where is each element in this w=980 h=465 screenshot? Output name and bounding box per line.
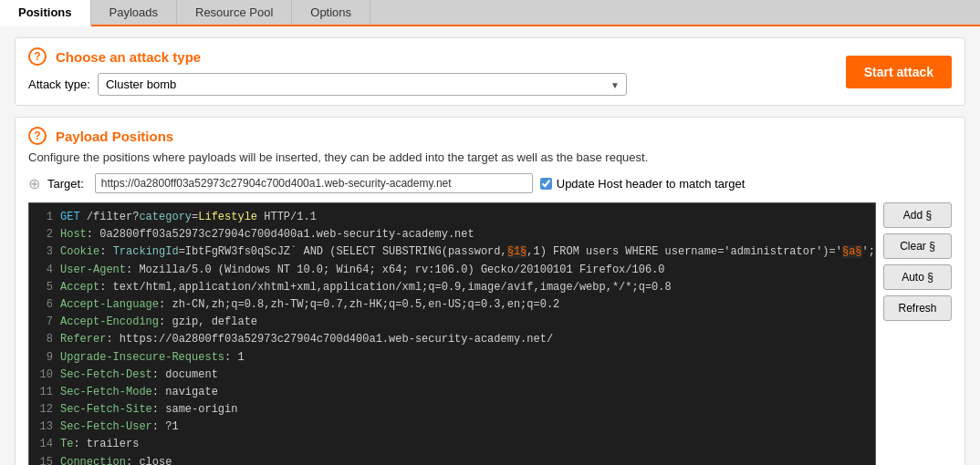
update-host-label: Update Host header to match target [557, 177, 745, 191]
refresh-button[interactable]: Refresh [883, 295, 952, 321]
clear-section-button[interactable]: Clear § [883, 233, 952, 259]
side-buttons: Add § Clear § Auto § Refresh [883, 202, 952, 465]
attack-type-select-wrapper: Sniper Battering ram Pitchfork Cluster b… [98, 73, 627, 96]
start-attack-button[interactable]: Start attack [846, 56, 952, 88]
auto-section-button[interactable]: Auto § [883, 264, 952, 290]
update-host-checkbox-row: Update Host header to match target [540, 177, 745, 191]
tab-bar: Positions Payloads Resource Pool Options [0, 0, 980, 26]
tab-payloads[interactable]: Payloads [91, 0, 177, 25]
tab-options[interactable]: Options [292, 0, 370, 25]
attack-type-select[interactable]: Sniper Battering ram Pitchfork Cluster b… [98, 73, 627, 96]
attack-type-header: ? Choose an attack type [28, 47, 846, 66]
target-row: ⊕ Target: Update Host header to match ta… [28, 173, 952, 193]
tab-positions[interactable]: Positions [0, 0, 91, 26]
attack-type-title: Choose an attack type [56, 49, 201, 65]
attack-type-help-icon[interactable]: ? [28, 47, 47, 66]
payload-area-wrapper: 1GET /filter?category=Lifestyle HTTP/1.1… [28, 202, 952, 465]
payload-pos-desc: Configure the positions where payloads w… [28, 150, 952, 164]
target-label: Target: [47, 177, 84, 191]
add-section-button[interactable]: Add § [883, 202, 952, 228]
target-input[interactable] [95, 173, 533, 193]
attack-type-label: Attack type: [28, 78, 90, 91]
payload-pos-header: ? Payload Positions [28, 127, 952, 145]
main-content: ? Choose an attack type Attack type: Sni… [0, 26, 980, 465]
payload-pos-help-icon[interactable]: ? [28, 127, 47, 145]
payload-positions-section: ? Payload Positions Configure the positi… [15, 117, 965, 465]
update-host-checkbox[interactable] [540, 178, 552, 190]
attack-type-row: Attack type: Sniper Battering ram Pitchf… [28, 73, 846, 96]
tab-resource-pool[interactable]: Resource Pool [177, 0, 292, 25]
drag-handle-icon[interactable]: ⊕ [28, 175, 40, 192]
code-editor[interactable]: 1GET /filter?category=Lifestyle HTTP/1.1… [28, 202, 876, 465]
payload-pos-title: Payload Positions [56, 129, 173, 144]
attack-type-section: ? Choose an attack type Attack type: Sni… [15, 37, 965, 106]
